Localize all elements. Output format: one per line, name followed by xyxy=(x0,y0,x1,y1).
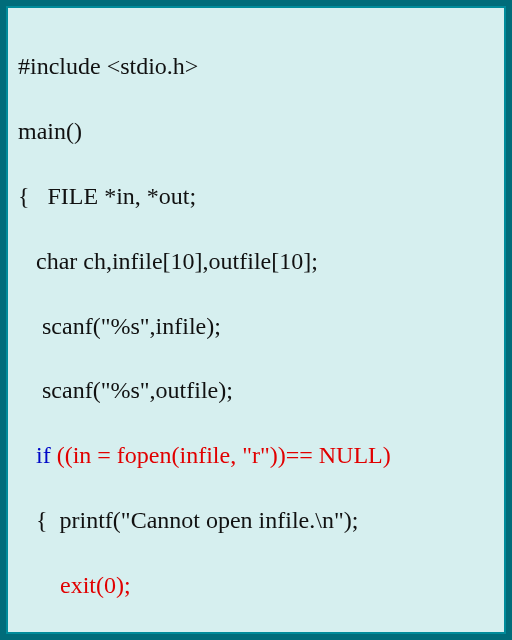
code-line: if ((in = fopen(infile, "r"))== NULL) xyxy=(18,439,494,471)
code-line: main() xyxy=(18,115,494,147)
code-panel: #include <stdio.h> main() { FILE *in, *o… xyxy=(6,6,506,634)
fopen-expr: ((in = fopen(infile, "r"))== NULL) xyxy=(57,442,391,468)
code-line: scanf("%s",infile); xyxy=(18,310,494,342)
code-line: exit(0); xyxy=(18,569,494,601)
code-line: } xyxy=(18,633,494,640)
code-line: scanf("%s",outfile); xyxy=(18,374,494,406)
code-line: { printf("Cannot open infile.\n"); xyxy=(18,504,494,536)
code-line: { FILE *in, *out; xyxy=(18,180,494,212)
code-line: #include <stdio.h> xyxy=(18,50,494,82)
code-line: char ch,infile[10],outfile[10]; xyxy=(18,245,494,277)
keyword-if: if xyxy=(18,442,57,468)
